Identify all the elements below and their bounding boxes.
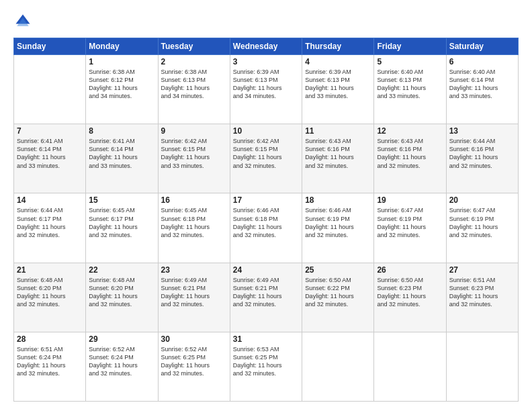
day-number: 24 [233,265,299,275]
day-info: Sunrise: 6:42 AM Sunset: 6:15 PM Dayligh… [233,137,299,170]
day-info: Sunrise: 6:41 AM Sunset: 6:14 PM Dayligh… [17,137,83,170]
day-info: Sunrise: 6:49 AM Sunset: 6:21 PM Dayligh… [161,276,227,309]
day-number: 25 [305,265,371,275]
day-number: 16 [161,195,227,205]
day-cell: 14Sunrise: 6:44 AM Sunset: 6:17 PM Dayli… [14,193,86,263]
day-info: Sunrise: 6:50 AM Sunset: 6:22 PM Dayligh… [305,276,371,309]
day-info: Sunrise: 6:39 AM Sunset: 6:13 PM Dayligh… [233,68,299,101]
day-info: Sunrise: 6:42 AM Sunset: 6:15 PM Dayligh… [161,137,227,170]
day-number: 6 [449,57,515,66]
day-info: Sunrise: 6:53 AM Sunset: 6:25 PM Dayligh… [233,345,299,378]
weekday-header-monday: Monday [86,38,158,55]
day-info: Sunrise: 6:43 AM Sunset: 6:16 PM Dayligh… [305,137,371,170]
day-number: 11 [305,126,371,136]
day-number: 4 [305,57,371,66]
day-cell: 12Sunrise: 6:43 AM Sunset: 6:16 PM Dayli… [374,124,446,193]
day-info: Sunrise: 6:45 AM Sunset: 6:17 PM Dayligh… [89,206,154,239]
day-number: 18 [305,195,371,205]
weekday-header-friday: Friday [374,38,446,55]
day-cell: 24Sunrise: 6:49 AM Sunset: 6:21 PM Dayli… [230,263,302,332]
day-cell: 16Sunrise: 6:45 AM Sunset: 6:18 PM Dayli… [158,193,230,263]
day-info: Sunrise: 6:38 AM Sunset: 6:12 PM Dayligh… [89,68,154,101]
day-cell: 31Sunrise: 6:53 AM Sunset: 6:25 PM Dayli… [230,332,302,401]
day-cell: 27Sunrise: 6:51 AM Sunset: 6:23 PM Dayli… [446,263,518,332]
day-info: Sunrise: 6:51 AM Sunset: 6:23 PM Dayligh… [449,276,515,309]
day-number: 19 [377,195,443,205]
day-number: 17 [233,195,299,205]
day-number: 2 [161,57,227,66]
day-cell: 22Sunrise: 6:48 AM Sunset: 6:20 PM Dayli… [86,263,158,332]
calendar-table: SundayMondayTuesdayWednesdayThursdayFrid… [13,38,519,402]
day-number: 5 [377,57,443,66]
day-info: Sunrise: 6:46 AM Sunset: 6:19 PM Dayligh… [305,206,371,239]
logo [13,12,35,31]
day-number: 13 [449,126,515,136]
day-number: 21 [17,265,83,275]
day-cell: 18Sunrise: 6:46 AM Sunset: 6:19 PM Dayli… [302,193,374,263]
day-info: Sunrise: 6:40 AM Sunset: 6:13 PM Dayligh… [377,68,443,101]
day-number: 1 [89,57,154,66]
day-number: 23 [161,265,227,275]
day-info: Sunrise: 6:43 AM Sunset: 6:16 PM Dayligh… [377,137,443,170]
weekday-header-thursday: Thursday [302,38,374,55]
day-number: 9 [161,126,227,136]
day-number: 20 [449,195,515,205]
day-cell: 5Sunrise: 6:40 AM Sunset: 6:13 PM Daylig… [374,55,446,124]
week-row-4: 21Sunrise: 6:48 AM Sunset: 6:20 PM Dayli… [14,263,519,332]
day-info: Sunrise: 6:50 AM Sunset: 6:23 PM Dayligh… [377,276,443,309]
day-info: Sunrise: 6:51 AM Sunset: 6:24 PM Dayligh… [17,345,83,378]
day-number: 26 [377,265,443,275]
day-info: Sunrise: 6:38 AM Sunset: 6:13 PM Dayligh… [161,68,227,101]
day-info: Sunrise: 6:48 AM Sunset: 6:20 PM Dayligh… [89,276,154,309]
day-info: Sunrise: 6:46 AM Sunset: 6:18 PM Dayligh… [233,206,299,239]
day-cell: 21Sunrise: 6:48 AM Sunset: 6:20 PM Dayli… [14,263,86,332]
day-info: Sunrise: 6:47 AM Sunset: 6:19 PM Dayligh… [449,206,515,239]
day-cell [374,332,446,401]
day-cell: 15Sunrise: 6:45 AM Sunset: 6:17 PM Dayli… [86,193,158,263]
week-row-2: 7Sunrise: 6:41 AM Sunset: 6:14 PM Daylig… [14,124,519,193]
week-row-3: 14Sunrise: 6:44 AM Sunset: 6:17 PM Dayli… [14,193,519,263]
day-number: 15 [89,195,154,205]
day-cell: 7Sunrise: 6:41 AM Sunset: 6:14 PM Daylig… [14,124,86,193]
weekday-header-sunday: Sunday [14,38,86,55]
day-number: 31 [233,334,299,344]
day-info: Sunrise: 6:52 AM Sunset: 6:25 PM Dayligh… [161,345,227,378]
weekday-header-tuesday: Tuesday [158,38,230,55]
day-cell: 19Sunrise: 6:47 AM Sunset: 6:19 PM Dayli… [374,193,446,263]
weekday-header-row: SundayMondayTuesdayWednesdayThursdayFrid… [14,38,519,55]
day-number: 10 [233,126,299,136]
weekday-header-saturday: Saturday [446,38,518,55]
day-number: 29 [89,334,154,344]
day-number: 12 [377,126,443,136]
page: SundayMondayTuesdayWednesdayThursdayFrid… [0,0,532,411]
week-row-5: 28Sunrise: 6:51 AM Sunset: 6:24 PM Dayli… [14,332,519,401]
day-cell: 4Sunrise: 6:39 AM Sunset: 6:13 PM Daylig… [302,55,374,124]
day-cell: 6Sunrise: 6:40 AM Sunset: 6:14 PM Daylig… [446,55,518,124]
day-cell: 8Sunrise: 6:41 AM Sunset: 6:14 PM Daylig… [86,124,158,193]
day-info: Sunrise: 6:44 AM Sunset: 6:16 PM Dayligh… [449,137,515,170]
day-cell: 1Sunrise: 6:38 AM Sunset: 6:12 PM Daylig… [86,55,158,124]
day-info: Sunrise: 6:41 AM Sunset: 6:14 PM Dayligh… [89,137,154,170]
day-cell: 17Sunrise: 6:46 AM Sunset: 6:18 PM Dayli… [230,193,302,263]
day-cell: 30Sunrise: 6:52 AM Sunset: 6:25 PM Dayli… [158,332,230,401]
day-info: Sunrise: 6:49 AM Sunset: 6:21 PM Dayligh… [233,276,299,309]
day-cell: 11Sunrise: 6:43 AM Sunset: 6:16 PM Dayli… [302,124,374,193]
day-cell: 20Sunrise: 6:47 AM Sunset: 6:19 PM Dayli… [446,193,518,263]
day-info: Sunrise: 6:39 AM Sunset: 6:13 PM Dayligh… [305,68,371,101]
weekday-header-wednesday: Wednesday [230,38,302,55]
day-cell: 26Sunrise: 6:50 AM Sunset: 6:23 PM Dayli… [374,263,446,332]
day-info: Sunrise: 6:48 AM Sunset: 6:20 PM Dayligh… [17,276,83,309]
day-number: 30 [161,334,227,344]
day-info: Sunrise: 6:47 AM Sunset: 6:19 PM Dayligh… [377,206,443,239]
day-info: Sunrise: 6:40 AM Sunset: 6:14 PM Dayligh… [449,68,515,101]
day-cell: 28Sunrise: 6:51 AM Sunset: 6:24 PM Dayli… [14,332,86,401]
day-cell [14,55,86,124]
day-cell [302,332,374,401]
day-cell: 25Sunrise: 6:50 AM Sunset: 6:22 PM Dayli… [302,263,374,332]
day-cell: 2Sunrise: 6:38 AM Sunset: 6:13 PM Daylig… [158,55,230,124]
day-info: Sunrise: 6:45 AM Sunset: 6:18 PM Dayligh… [161,206,227,239]
day-cell: 9Sunrise: 6:42 AM Sunset: 6:15 PM Daylig… [158,124,230,193]
day-number: 3 [233,57,299,66]
week-row-1: 1Sunrise: 6:38 AM Sunset: 6:12 PM Daylig… [14,55,519,124]
day-cell [446,332,518,401]
